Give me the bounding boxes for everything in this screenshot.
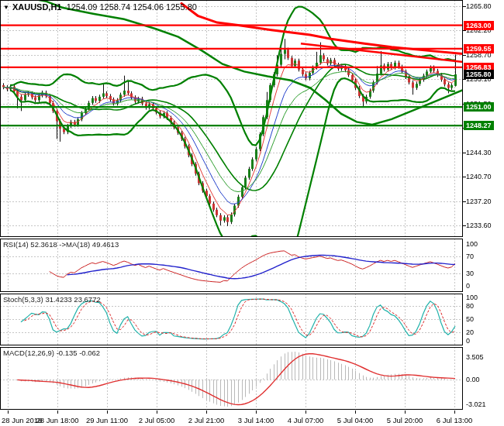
- resistance-price-badge: 1263.00: [464, 21, 494, 30]
- symbol-dropdown-icon[interactable]: ▼: [3, 4, 9, 11]
- macd-axis-label: 3.505: [466, 353, 484, 362]
- quote-close: 1255.80: [166, 2, 197, 12]
- stoch-axis-label: 80: [466, 302, 474, 311]
- quote-high: 1258.74: [99, 2, 130, 12]
- price-axis-label: 1233.60: [466, 222, 492, 230]
- stoch-axis-label: 20: [466, 328, 474, 337]
- time-axis-label: 5 Jul 20:00: [387, 416, 423, 424]
- stoch-axis-label: 100: [466, 294, 478, 302]
- time-axis-label: 28 Jun 18:00: [36, 416, 79, 424]
- resistance-price-badge: 1259.55: [464, 44, 494, 53]
- rsi-indicator-label: RSI(14) 52.3618 ->MA(18) 49.4613: [3, 240, 119, 249]
- time-axis-label: 2 Jul 05:00: [139, 416, 174, 424]
- time-axis-label: 2 Jul 21:00: [188, 416, 224, 424]
- time-axis-label: 5 Jul 04:00: [337, 416, 373, 424]
- price-axis-label: 1244.30: [466, 149, 492, 157]
- rsi-axis-label: 70: [466, 253, 474, 261]
- time-axis-label: 4 Jul 07:00: [288, 416, 323, 424]
- trading-chart-window: ▼XAUUSD,H1 1254.09 1258.74 1254.06 1255.…: [0, 0, 504, 426]
- current-price-badge: 1255.80: [464, 70, 494, 79]
- symbol-timeframe-label: XAUUSD,H1: [12, 2, 62, 12]
- rsi-axis-label: 30: [466, 270, 474, 278]
- macd-axis-label: -3.021: [466, 400, 486, 409]
- time-axis-label: 29 Jun 11:00: [86, 416, 128, 424]
- price-axis-label: 1265.80: [466, 2, 492, 11]
- stoch-indicator-label: Stoch(5,3,3) 31.4233 23.6772: [3, 295, 101, 304]
- support-price-badge: 1248.27: [464, 121, 494, 130]
- price-axis-label: 1240.70: [466, 173, 492, 181]
- time-axis-label: 6 Jul 13:00: [437, 416, 472, 424]
- macd-axis-label: 0.00: [466, 376, 480, 384]
- quote-low: 1254.06: [133, 2, 164, 12]
- rsi-axis-label: 100: [466, 240, 478, 249]
- time-axis-label: 3 Jul 14:00: [238, 416, 274, 424]
- macd-indicator-label: MACD(12,26,9) -0.135 -0.062: [3, 349, 100, 357]
- chart-title: ▼XAUUSD,H1 1254.09 1258.74 1254.06 1255.…: [3, 2, 197, 12]
- quote-open: 1254.09: [67, 2, 98, 12]
- price-axis-label: 1237.20: [466, 198, 492, 206]
- support-price-badge: 1251.00: [464, 102, 494, 112]
- stoch-axis-label: 0: [466, 337, 470, 345]
- main-chart-pane[interactable]: [0, 0, 463, 237]
- rsi-axis-label: 0: [466, 282, 470, 290]
- stoch-axis-label: 50: [466, 315, 474, 324]
